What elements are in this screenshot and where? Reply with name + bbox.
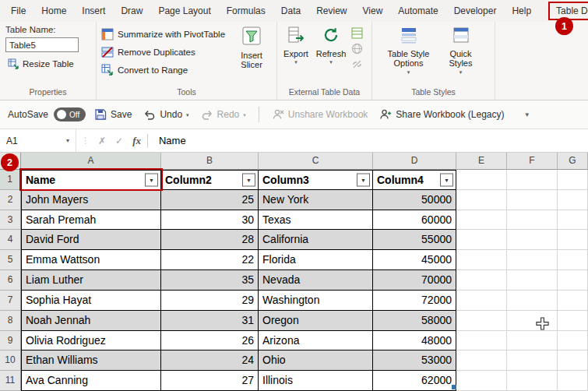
tab-data[interactable]: Data: [273, 2, 308, 20]
tab-help[interactable]: Help: [504, 2, 539, 20]
table-cell[interactable]: 45000: [373, 250, 456, 270]
table-cell[interactable]: California: [259, 230, 373, 250]
filter-button[interactable]: ▼: [145, 173, 158, 186]
export-button[interactable]: Export ▾: [280, 23, 312, 86]
filter-button[interactable]: ▼: [357, 173, 370, 186]
grid-cell[interactable]: [456, 210, 507, 231]
table-header-cell-column3[interactable]: Column3▼: [259, 170, 373, 190]
table-cell[interactable]: 35: [161, 270, 259, 291]
grid-cell[interactable]: [558, 291, 588, 311]
table-cell[interactable]: Arizona: [259, 331, 373, 351]
table-cell[interactable]: Sarah Premah: [21, 210, 161, 231]
insert-function-icon[interactable]: fx: [132, 135, 141, 147]
table-cell[interactable]: 26: [161, 331, 259, 351]
row-header-4[interactable]: 4: [0, 230, 21, 250]
save-button[interactable]: Save: [91, 106, 135, 123]
row-header-7[interactable]: 7: [0, 291, 21, 311]
autosave-toggle[interactable]: Off: [54, 107, 86, 122]
table-cell[interactable]: New York: [259, 190, 373, 210]
table-cell[interactable]: 60000: [373, 210, 456, 231]
grid-cell[interactable]: [456, 270, 507, 291]
table-cell[interactable]: John Mayers: [21, 190, 161, 210]
table-cell[interactable]: 72000: [373, 291, 456, 311]
formula-bar-content[interactable]: Name: [159, 135, 186, 146]
unshare-workbook-button[interactable]: Unshare Workbook: [269, 106, 371, 123]
tab-file[interactable]: File: [3, 2, 33, 20]
row-header-6[interactable]: 6: [0, 270, 21, 291]
summarize-with-pivottable-button[interactable]: Summarize with PivotTable: [99, 26, 227, 43]
grid-cell[interactable]: [456, 230, 507, 250]
table-cell[interactable]: Florida: [259, 250, 373, 270]
enter-icon[interactable]: ✓: [115, 136, 123, 146]
grid-cell[interactable]: [507, 250, 558, 270]
table-cell[interactable]: Ethan Williams: [21, 350, 161, 371]
grid-cell[interactable]: [507, 350, 558, 371]
column-header-G[interactable]: G: [558, 153, 588, 170]
grid-cell[interactable]: [507, 331, 558, 351]
insert-slicer-button[interactable]: Insert Slicer: [231, 23, 273, 86]
cancel-icon[interactable]: ✗: [98, 136, 106, 146]
table-cell[interactable]: Sophia Hayat: [21, 291, 161, 311]
row-header-11[interactable]: 11: [0, 371, 21, 391]
name-box[interactable]: A1 ▾: [0, 129, 76, 152]
table-style-options-button[interactable]: Table Style Options ▾: [385, 23, 433, 86]
column-header-C[interactable]: C: [259, 153, 373, 170]
table-cell[interactable]: 70000: [373, 270, 456, 291]
table-cell[interactable]: Olivia Rodriguez: [21, 331, 161, 351]
convert-to-range-button[interactable]: Convert to Range: [99, 62, 227, 79]
row-header-1[interactable]: 1: [0, 170, 21, 190]
tab-developer[interactable]: Developer: [446, 2, 505, 20]
table-cell[interactable]: 55000: [373, 230, 456, 250]
tab-page-layout[interactable]: Page Layout: [150, 2, 218, 20]
table-header-cell-name[interactable]: Name▼: [21, 170, 161, 190]
table-header-cell-column2[interactable]: Column2▼: [161, 170, 259, 190]
column-header-D[interactable]: D: [373, 153, 456, 170]
grid-cell[interactable]: [558, 210, 588, 231]
grid-cell[interactable]: [456, 190, 507, 210]
row-header-8[interactable]: 8: [0, 311, 21, 331]
row-header-3[interactable]: 3: [0, 210, 21, 231]
redo-button[interactable]: Redo ▾: [198, 106, 249, 123]
grid-cell[interactable]: [456, 250, 507, 270]
row-header-5[interactable]: 5: [0, 250, 21, 270]
grid-cell[interactable]: [456, 331, 507, 351]
grid-cell[interactable]: [507, 311, 558, 331]
grid-cell[interactable]: [456, 291, 507, 311]
tab-view[interactable]: View: [355, 2, 391, 20]
grid-cell[interactable]: [507, 270, 558, 291]
table-cell[interactable]: 31: [161, 311, 259, 331]
grid-cell[interactable]: [558, 311, 588, 331]
table-cell[interactable]: Texas: [259, 210, 373, 231]
grid-cell[interactable]: [558, 331, 588, 351]
table-cell[interactable]: 58000: [373, 311, 456, 331]
table-cell[interactable]: Emma Wattson: [21, 250, 161, 270]
grid-cell[interactable]: [558, 250, 588, 270]
table-cell[interactable]: 22: [161, 250, 259, 270]
filter-button[interactable]: ▼: [242, 173, 255, 186]
grid-cell[interactable]: [507, 291, 558, 311]
table-cell[interactable]: 29: [161, 291, 259, 311]
table-cell[interactable]: Oregon: [259, 311, 373, 331]
resize-table-button[interactable]: Resize Table: [5, 55, 90, 72]
table-cell[interactable]: 30: [161, 210, 259, 231]
grid-cell[interactable]: [558, 270, 588, 291]
tab-review[interactable]: Review: [308, 2, 354, 20]
table-name-input[interactable]: [5, 37, 79, 52]
table-cell[interactable]: Nevada: [259, 270, 373, 291]
formula-bar-handle[interactable]: ⋮: [81, 136, 89, 146]
column-header-B[interactable]: B: [161, 153, 259, 170]
table-resize-handle[interactable]: [452, 385, 456, 389]
row-header-9[interactable]: 9: [0, 331, 21, 351]
grid-cell[interactable]: [456, 350, 507, 371]
table-cell[interactable]: Noah Jennah: [21, 311, 161, 331]
table-cell[interactable]: 27: [161, 371, 259, 391]
tab-home[interactable]: Home: [33, 2, 74, 20]
undo-button[interactable]: Undo ▾: [140, 106, 192, 123]
grid-cell[interactable]: [558, 230, 588, 250]
grid-cell[interactable]: [558, 371, 588, 391]
table-cell[interactable]: Illinois: [259, 371, 373, 391]
qat-overflow-chevron[interactable]: ▾: [526, 111, 530, 118]
filter-button[interactable]: ▼: [440, 173, 453, 186]
tab-formulas[interactable]: Formulas: [219, 2, 273, 20]
grid-cell[interactable]: [558, 170, 588, 190]
